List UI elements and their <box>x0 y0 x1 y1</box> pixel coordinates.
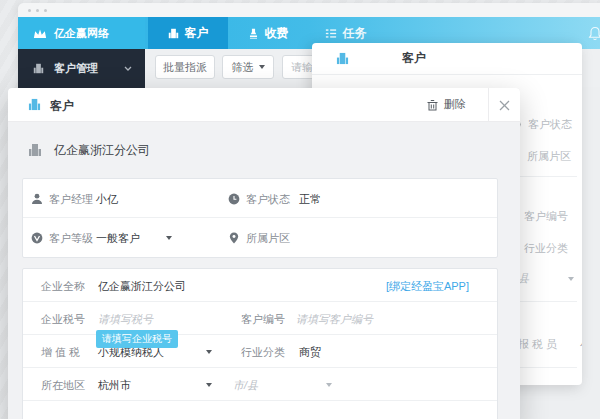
tax-no-input[interactable]: 请填写税号 <box>98 311 153 326</box>
tax-agent-value: 小 <box>580 337 582 352</box>
caret-down-icon <box>568 277 574 281</box>
form-row: 增 值 税 小规模纳税人 行业分类 商贸 <box>23 335 497 368</box>
info-row: 客户经理 小亿 客户状态 正常 <box>23 179 497 218</box>
industry-label: 行业分类 <box>241 344 285 359</box>
crown-icon <box>33 28 47 39</box>
manager-value[interactable]: 小亿 <box>96 191 118 206</box>
tab-label: 任务 <box>343 25 367 42</box>
delete-button[interactable]: 删除 <box>427 97 466 112</box>
customer-no-input[interactable]: 请填写客户编号 <box>296 311 373 326</box>
delete-button-label: 删除 <box>444 97 466 112</box>
status-value[interactable]: 正常 <box>299 191 321 206</box>
bind-app-link[interactable]: [绑定经盈宝APP] <box>386 278 469 293</box>
company-name: 亿企赢浙江分公司 <box>54 142 150 159</box>
tab-customers[interactable]: 客户 <box>148 17 228 49</box>
modal-header: 客户 删除 <box>8 88 520 122</box>
industry-value[interactable]: 商贸 <box>299 344 321 359</box>
status-label: 客户状态 <box>528 117 572 132</box>
basic-info-card: 客户经理 小亿 客户状态 正常 客户等级 一般客户 所属片区 <box>22 178 498 258</box>
building-icon <box>336 52 349 65</box>
detail-panel-title: 客户 <box>402 50 426 67</box>
brand-logo: 亿企赢网络 <box>18 17 145 49</box>
clock-icon <box>228 193 240 205</box>
region-dropdown-value[interactable]: 杭州市 <box>98 377 131 392</box>
manager-label: 客户经理 <box>49 191 93 206</box>
window-control-dot <box>44 9 47 12</box>
close-button[interactable] <box>489 88 520 122</box>
industry-label: 行业分类 <box>524 241 568 256</box>
task-list-icon <box>325 28 337 39</box>
close-icon <box>499 100 510 111</box>
window-titlebar <box>18 3 600 17</box>
modal-title: 客户 <box>50 98 74 115</box>
caret-down-icon <box>326 383 332 387</box>
company-header-row: 亿企赢浙江分公司 <box>8 136 520 164</box>
chevron-down-icon <box>124 66 132 71</box>
form-row: 所在地区 杭州市 市/县 <box>23 368 497 401</box>
customer-modal: 客户 删除 亿企赢浙江分公司 客户经理 小亿 客户状态 正常 <box>8 88 520 419</box>
form-row: 企业税号 请填写税号 客户编号 请填写客户编号 <box>23 302 497 335</box>
notification-bell-icon[interactable] <box>588 26 600 45</box>
building-icon <box>33 63 44 74</box>
full-name-label: 企业全称 <box>41 278 85 293</box>
filter-button[interactable]: 筛选 <box>222 55 274 79</box>
industry-fragment: 行业分类 <box>524 241 568 256</box>
area-label: 所属片区 <box>246 230 290 245</box>
caret-down-icon <box>206 383 212 387</box>
info-row: 客户等级 一般客户 所属片区 <box>23 218 497 257</box>
form-row-clipped <box>23 401 497 419</box>
tab-label: 收费 <box>265 25 289 42</box>
level-label: 客户等级 <box>49 230 93 245</box>
status-label: 客户状态 <box>246 191 290 206</box>
building-icon <box>168 28 179 39</box>
pin-icon <box>229 232 239 244</box>
tax-agent-label: 报 税 员 <box>518 337 557 352</box>
batch-assign-button[interactable]: 批量指派 <box>155 55 215 79</box>
level-badge-icon <box>31 232 43 244</box>
tab-label: 客户 <box>185 25 209 42</box>
tab-billing[interactable]: 收费 <box>228 17 308 49</box>
city-dropdown-placeholder[interactable]: 市/县 <box>233 377 258 392</box>
sidebar-item-label: 客户管理 <box>54 61 98 76</box>
trash-icon <box>427 99 438 111</box>
caret-down-icon <box>166 236 172 240</box>
brand-name: 亿企赢网络 <box>54 26 109 41</box>
form-row: 企业全称 亿企赢浙江分公司 [绑定经盈宝APP] <box>23 269 497 302</box>
filter-button-label: 筛选 <box>232 60 254 75</box>
customer-no-label: 客户编号 <box>241 311 285 326</box>
building-icon <box>28 98 41 111</box>
area-label: 所属片区 <box>527 149 571 164</box>
vat-label: 增 值 税 <box>41 344 80 359</box>
tax-no-label: 企业税号 <box>41 311 85 326</box>
detail-panel-header: 客户 <box>312 43 582 75</box>
customer-no-label: 客户编号 <box>524 209 568 224</box>
page-background: 亿企赢网络 客户 收费 任务 客户管理 <box>0 0 600 419</box>
sidebar-item-customer-management[interactable]: 客户管理 <box>18 59 145 77</box>
customer-no-fragment: 客户编号 <box>524 209 568 224</box>
caret-down-icon <box>259 65 265 69</box>
person-icon <box>31 193 43 205</box>
company-form-card: 企业全称 亿企赢浙江分公司 [绑定经盈宝APP] 企业税号 请填写税号 客户编号… <box>22 268 498 419</box>
window-control-dot <box>28 9 31 12</box>
level-dropdown-value[interactable]: 一般客户 <box>96 230 140 245</box>
window-control-dot <box>36 9 39 12</box>
tax-no-tooltip: 请填写企业税号 <box>96 330 178 348</box>
stamp-icon <box>248 28 259 39</box>
full-name-value[interactable]: 亿企赢浙江分公司 <box>98 278 186 293</box>
caret-down-icon <box>206 350 212 354</box>
region-label: 所在地区 <box>41 377 85 392</box>
building-icon <box>28 143 42 157</box>
